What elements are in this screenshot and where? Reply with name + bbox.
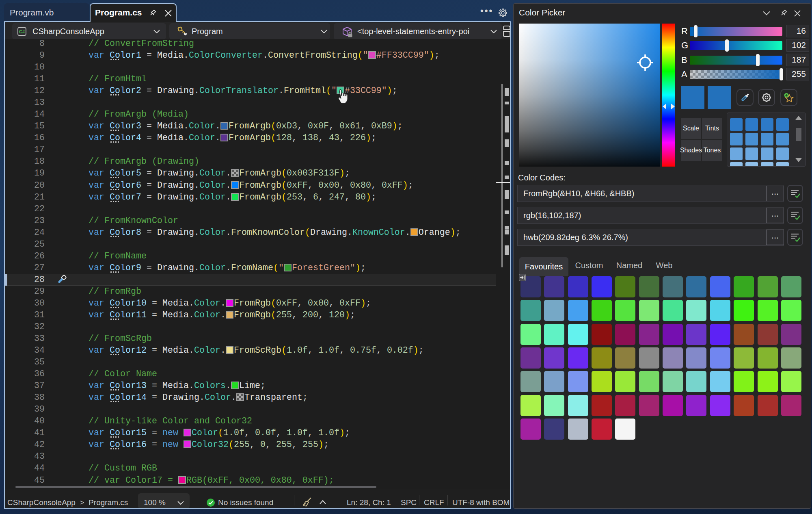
- svg-text:C#: C#: [19, 29, 25, 34]
